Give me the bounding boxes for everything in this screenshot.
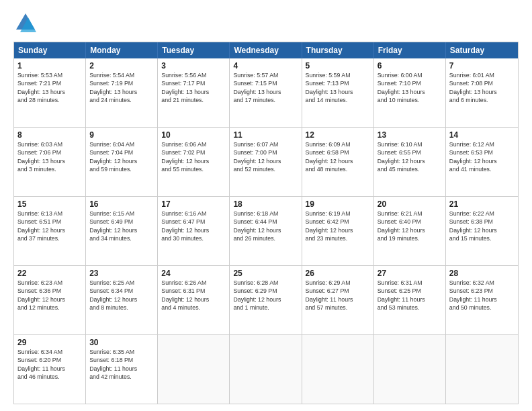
calendar-day-11: 11Sunrise: 6:07 AM Sunset: 7:00 PM Dayli…: [230, 128, 302, 196]
calendar-day-22: 22Sunrise: 6:23 AM Sunset: 6:36 PM Dayli…: [14, 266, 86, 334]
day-info: Sunrise: 6:25 AM Sunset: 6:34 PM Dayligh…: [89, 279, 154, 312]
day-info: Sunrise: 6:00 AM Sunset: 7:10 PM Dayligh…: [378, 71, 442, 104]
calendar-week-5: 29Sunrise: 6:34 AM Sunset: 6:20 PM Dayli…: [14, 335, 518, 404]
day-number: 13: [378, 130, 442, 140]
day-number: 27: [378, 269, 442, 278]
day-number: 7: [449, 61, 515, 71]
header-day-sunday: Sunday: [14, 42, 86, 58]
day-info: Sunrise: 5:54 AM Sunset: 7:19 PM Dayligh…: [89, 71, 154, 104]
day-number: 17: [161, 199, 226, 209]
calendar-day-25: 25Sunrise: 6:28 AM Sunset: 6:29 PM Dayli…: [230, 266, 302, 334]
day-info: Sunrise: 6:06 AM Sunset: 7:02 PM Dayligh…: [161, 140, 226, 173]
day-number: 1: [17, 61, 82, 71]
day-info: Sunrise: 5:56 AM Sunset: 7:17 PM Dayligh…: [161, 71, 226, 104]
day-number: 3: [161, 61, 226, 71]
calendar-day-30: 30Sunrise: 6:35 AM Sunset: 6:18 PM Dayli…: [86, 335, 158, 404]
day-info: Sunrise: 6:28 AM Sunset: 6:29 PM Dayligh…: [233, 279, 298, 312]
calendar-day-1: 1Sunrise: 5:53 AM Sunset: 7:21 PM Daylig…: [14, 58, 86, 127]
calendar: SundayMondayTuesdayWednesdayThursdayFrid…: [13, 42, 519, 404]
calendar-empty-cell: [158, 335, 230, 404]
day-number: 28: [449, 269, 515, 278]
calendar-day-28: 28Sunrise: 6:32 AM Sunset: 6:23 PM Dayli…: [446, 266, 518, 334]
header-day-thursday: Thursday: [302, 42, 374, 58]
calendar-day-9: 9Sunrise: 6:04 AM Sunset: 7:04 PM Daylig…: [86, 128, 158, 196]
calendar-day-26: 26Sunrise: 6:29 AM Sunset: 6:27 PM Dayli…: [302, 266, 374, 334]
calendar-day-14: 14Sunrise: 6:12 AM Sunset: 6:53 PM Dayli…: [446, 128, 518, 196]
day-info: Sunrise: 5:53 AM Sunset: 7:21 PM Dayligh…: [17, 71, 82, 104]
day-info: Sunrise: 5:59 AM Sunset: 7:13 PM Dayligh…: [306, 71, 370, 104]
calendar-week-4: 22Sunrise: 6:23 AM Sunset: 6:36 PM Dayli…: [14, 266, 518, 335]
day-number: 10: [161, 130, 226, 140]
calendar-day-19: 19Sunrise: 6:19 AM Sunset: 6:42 PM Dayli…: [302, 197, 374, 265]
day-number: 26: [306, 269, 370, 278]
day-info: Sunrise: 6:18 AM Sunset: 6:44 PM Dayligh…: [233, 210, 298, 242]
day-number: 8: [17, 130, 82, 140]
calendar-day-5: 5Sunrise: 5:59 AM Sunset: 7:13 PM Daylig…: [302, 58, 374, 127]
logo: [13, 11, 42, 35]
calendar-day-21: 21Sunrise: 6:22 AM Sunset: 6:38 PM Dayli…: [446, 197, 518, 265]
page: SundayMondayTuesdayWednesdayThursdayFrid…: [0, 0, 532, 411]
header-day-friday: Friday: [374, 42, 446, 58]
calendar-day-10: 10Sunrise: 6:06 AM Sunset: 7:02 PM Dayli…: [158, 128, 230, 196]
day-number: 16: [89, 199, 154, 209]
day-number: 12: [306, 130, 370, 140]
day-info: Sunrise: 6:13 AM Sunset: 6:51 PM Dayligh…: [17, 210, 82, 242]
day-info: Sunrise: 6:12 AM Sunset: 6:53 PM Dayligh…: [449, 140, 515, 173]
header: [13, 11, 519, 35]
day-number: 23: [89, 269, 154, 278]
day-info: Sunrise: 6:23 AM Sunset: 6:36 PM Dayligh…: [17, 279, 82, 312]
day-info: Sunrise: 6:04 AM Sunset: 7:04 PM Dayligh…: [89, 140, 154, 173]
day-info: Sunrise: 6:31 AM Sunset: 6:25 PM Dayligh…: [378, 279, 442, 312]
calendar-day-23: 23Sunrise: 6:25 AM Sunset: 6:34 PM Dayli…: [86, 266, 158, 334]
calendar-week-1: 1Sunrise: 5:53 AM Sunset: 7:21 PM Daylig…: [14, 58, 518, 128]
day-number: 2: [89, 61, 154, 71]
day-number: 6: [378, 61, 442, 71]
calendar-week-2: 8Sunrise: 6:03 AM Sunset: 7:06 PM Daylig…: [14, 128, 518, 197]
day-info: Sunrise: 6:19 AM Sunset: 6:42 PM Dayligh…: [306, 210, 370, 242]
calendar-body: 1Sunrise: 5:53 AM Sunset: 7:21 PM Daylig…: [14, 58, 518, 404]
day-info: Sunrise: 6:01 AM Sunset: 7:08 PM Dayligh…: [449, 71, 515, 104]
day-info: Sunrise: 6:03 AM Sunset: 7:06 PM Dayligh…: [17, 140, 82, 173]
calendar-day-4: 4Sunrise: 5:57 AM Sunset: 7:15 PM Daylig…: [230, 58, 302, 127]
day-number: 14: [449, 130, 515, 140]
day-number: 20: [378, 199, 442, 209]
calendar-day-3: 3Sunrise: 5:56 AM Sunset: 7:17 PM Daylig…: [158, 58, 230, 127]
day-number: 19: [306, 199, 370, 209]
day-number: 9: [89, 130, 154, 140]
calendar-empty-cell: [230, 335, 302, 404]
day-number: 25: [233, 269, 298, 278]
day-number: 21: [449, 199, 515, 209]
calendar-day-13: 13Sunrise: 6:10 AM Sunset: 6:55 PM Dayli…: [374, 128, 446, 196]
calendar-day-6: 6Sunrise: 6:00 AM Sunset: 7:10 PM Daylig…: [374, 58, 446, 127]
calendar-day-16: 16Sunrise: 6:15 AM Sunset: 6:49 PM Dayli…: [86, 197, 158, 265]
day-number: 15: [17, 199, 82, 209]
logo-icon: [13, 11, 38, 35]
day-number: 4: [233, 61, 298, 71]
day-number: 22: [17, 269, 82, 278]
calendar-empty-cell: [374, 335, 446, 404]
calendar-day-18: 18Sunrise: 6:18 AM Sunset: 6:44 PM Dayli…: [230, 197, 302, 265]
day-info: Sunrise: 6:22 AM Sunset: 6:38 PM Dayligh…: [449, 210, 515, 242]
day-info: Sunrise: 6:34 AM Sunset: 6:20 PM Dayligh…: [17, 348, 82, 381]
calendar-day-24: 24Sunrise: 6:26 AM Sunset: 6:31 PM Dayli…: [158, 266, 230, 334]
calendar-header: SundayMondayTuesdayWednesdayThursdayFrid…: [14, 42, 518, 58]
header-day-monday: Monday: [86, 42, 158, 58]
day-info: Sunrise: 6:29 AM Sunset: 6:27 PM Dayligh…: [306, 279, 370, 312]
calendar-day-2: 2Sunrise: 5:54 AM Sunset: 7:19 PM Daylig…: [86, 58, 158, 127]
calendar-empty-cell: [446, 335, 518, 404]
day-info: Sunrise: 6:35 AM Sunset: 6:18 PM Dayligh…: [89, 348, 154, 381]
calendar-week-3: 15Sunrise: 6:13 AM Sunset: 6:51 PM Dayli…: [14, 197, 518, 266]
day-info: Sunrise: 6:21 AM Sunset: 6:40 PM Dayligh…: [378, 210, 442, 242]
calendar-day-17: 17Sunrise: 6:16 AM Sunset: 6:47 PM Dayli…: [158, 197, 230, 265]
header-day-wednesday: Wednesday: [230, 42, 302, 58]
day-number: 24: [161, 269, 226, 278]
day-info: Sunrise: 5:57 AM Sunset: 7:15 PM Dayligh…: [233, 71, 298, 104]
calendar-day-15: 15Sunrise: 6:13 AM Sunset: 6:51 PM Dayli…: [14, 197, 86, 265]
header-day-saturday: Saturday: [446, 42, 518, 58]
day-number: 18: [233, 199, 298, 209]
calendar-day-8: 8Sunrise: 6:03 AM Sunset: 7:06 PM Daylig…: [14, 128, 86, 196]
day-number: 11: [233, 130, 298, 140]
calendar-day-12: 12Sunrise: 6:09 AM Sunset: 6:58 PM Dayli…: [302, 128, 374, 196]
calendar-day-7: 7Sunrise: 6:01 AM Sunset: 7:08 PM Daylig…: [446, 58, 518, 127]
day-info: Sunrise: 6:16 AM Sunset: 6:47 PM Dayligh…: [161, 210, 226, 242]
